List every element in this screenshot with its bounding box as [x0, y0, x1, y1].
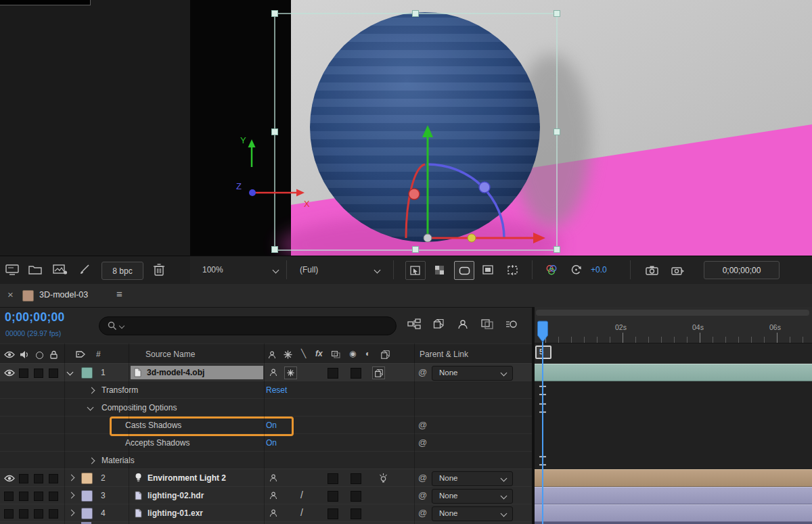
label-color-swatch[interactable]	[81, 473, 93, 484]
layer-row-3[interactable]: 3 lighting-02.hdr / @ None	[0, 487, 532, 504]
lock-toggle[interactable]	[49, 474, 58, 483]
audio-toggle[interactable]	[19, 368, 28, 378]
materials-label[interactable]: Materials	[102, 456, 135, 465]
video-toggle-icon[interactable]	[4, 475, 15, 482]
exposure-value[interactable]: +0.0	[591, 265, 607, 275]
grid-options-button[interactable]	[405, 261, 426, 280]
solo-toggle[interactable]	[34, 492, 43, 501]
property-group-materials[interactable]: Materials	[0, 452, 532, 469]
gizmo-red-handle[interactable]	[409, 189, 420, 199]
snapshot-camera-icon[interactable]	[642, 261, 661, 279]
audio-toggle[interactable]	[19, 474, 28, 483]
footage-interpret-icon[interactable]	[53, 264, 68, 275]
property-pickwhip-icon[interactable]: @	[418, 420, 427, 430]
panel-menu-icon[interactable]: ≡	[116, 288, 122, 300]
group-expander-icon[interactable]	[89, 458, 95, 465]
label-color-swatch[interactable]	[81, 490, 93, 502]
search-scope-chevron-icon[interactable]	[119, 323, 125, 329]
tab-title[interactable]: 3D-model-03	[39, 290, 88, 300]
transform-reset-link[interactable]: Reset	[266, 385, 287, 395]
playhead-handle[interactable]	[537, 320, 549, 343]
composition-canvas[interactable]: Y Z X	[190, 0, 812, 256]
current-time-display[interactable]: 0;00;00;00	[5, 310, 65, 325]
folder-icon[interactable]	[28, 264, 42, 275]
comp-marker-5[interactable]: 5	[535, 346, 551, 359]
collapse-transformations-icon[interactable]	[284, 350, 292, 359]
gizmo-blue-handle[interactable]	[479, 182, 490, 193]
lock-toggle[interactable]	[49, 492, 58, 501]
playhead-line[interactable]	[542, 339, 543, 524]
shy-toggle-icon[interactable]	[269, 509, 277, 517]
layer-name[interactable]: lighting-01.exr	[148, 508, 203, 518]
light-options-icon[interactable]	[379, 473, 388, 483]
motion-blur-toggle[interactable]	[351, 368, 361, 379]
index-column-header[interactable]: #	[96, 350, 101, 359]
solo-toggle[interactable]	[34, 474, 43, 483]
layer-expander-icon[interactable]	[68, 492, 75, 499]
motion-blur-toggle[interactable]	[351, 473, 361, 484]
compositing-options-label[interactable]: Compositing Options	[102, 403, 177, 412]
label-color-swatch[interactable]	[81, 508, 93, 519]
resolution-dropdown[interactable]: (Full)	[300, 261, 380, 279]
frame-blend-switch-icon[interactable]	[332, 351, 340, 358]
accepts-shadows-value[interactable]: On	[266, 438, 277, 448]
solo-toggle[interactable]	[34, 509, 43, 519]
layer-expander-icon[interactable]	[68, 475, 75, 481]
panel-tab-strip[interactable]	[0, 0, 91, 5]
layer-row-4[interactable]: 4 lighting-01.exr / @ None	[0, 504, 532, 522]
gizmo-origin-handle[interactable]	[424, 234, 432, 242]
show-snapshot-icon[interactable]	[668, 261, 687, 279]
motion-blur-toggle[interactable]	[351, 508, 361, 519]
layer-row-2[interactable]: 2 Environment Light 2 @ None	[0, 469, 532, 487]
bit-depth-button[interactable]: 8 bpc	[102, 262, 143, 280]
source-name-column-header[interactable]: Source Name	[145, 350, 195, 359]
transform-label[interactable]: Transform	[102, 385, 138, 395]
mini-flowchart-icon[interactable]	[405, 315, 424, 333]
casts-shadows-value[interactable]: On	[266, 421, 277, 430]
layer-name-cell[interactable]: 3d-model-4.obj	[131, 366, 263, 379]
monitor-icon[interactable]	[5, 264, 19, 275]
draft-3d-icon[interactable]	[429, 315, 448, 333]
video-toggle[interactable]	[4, 492, 14, 501]
reset-exposure-button[interactable]	[566, 261, 585, 279]
solo-column-icon[interactable]	[36, 352, 43, 359]
parent-dropdown[interactable]: None	[432, 471, 513, 486]
layer-expander-icon[interactable]	[68, 510, 75, 517]
property-casts-shadows[interactable]: Casts Shadows On @	[0, 416, 532, 434]
parent-pickwhip-icon[interactable]: @	[418, 508, 427, 518]
parent-pickwhip-icon[interactable]: @	[418, 473, 427, 483]
region-of-interest-button[interactable]	[478, 261, 497, 279]
3d-layer-switch-icon[interactable]	[381, 350, 390, 359]
motion-blur-switch-icon[interactable]: ◉	[349, 349, 356, 358]
property-group-compositing-options[interactable]: Compositing Options	[0, 399, 532, 416]
lock-column-icon[interactable]	[50, 350, 58, 359]
property-pickwhip-icon[interactable]: @	[418, 437, 427, 448]
quality-toggle-icon[interactable]: /	[300, 507, 303, 518]
video-toggle-icon[interactable]	[4, 369, 15, 377]
layer-2-track-bar[interactable]	[535, 469, 812, 487]
gizmo-yellow-handle[interactable]	[468, 234, 476, 242]
adjustment-layer-switch-icon[interactable]: ◐	[365, 349, 370, 358]
quality-toggle-icon[interactable]: /	[300, 490, 303, 500]
lock-toggle[interactable]	[49, 509, 58, 519]
crop-region-button[interactable]	[503, 261, 522, 279]
work-area-bar[interactable]	[536, 310, 809, 316]
effects-toggle[interactable]	[328, 508, 338, 519]
effects-toggle[interactable]	[328, 473, 338, 484]
parent-dropdown[interactable]: None	[432, 489, 513, 504]
audio-column-icon[interactable]	[20, 350, 28, 359]
magnification-dropdown[interactable]: 100%	[202, 261, 278, 279]
effects-toggle[interactable]	[328, 491, 338, 502]
layer-row-1[interactable]: 1 3d-model-4.obj @ None	[0, 364, 532, 381]
search-input[interactable]	[99, 316, 397, 335]
time-ruler[interactable]: 0s 02s 04s 06s	[535, 307, 812, 343]
3d-layer-toggle[interactable]	[372, 366, 385, 379]
trash-icon[interactable]	[153, 263, 165, 277]
collapse-toggle[interactable]	[284, 366, 297, 379]
shy-switch-icon[interactable]	[268, 351, 276, 359]
layer-1-track-bar[interactable]	[535, 364, 812, 381]
parent-link-column-header[interactable]: Parent & Link	[420, 350, 468, 359]
label-column-icon[interactable]	[76, 350, 85, 358]
parent-pickwhip-icon[interactable]: @	[418, 367, 427, 377]
tab-close-icon[interactable]: ×	[7, 289, 14, 300]
